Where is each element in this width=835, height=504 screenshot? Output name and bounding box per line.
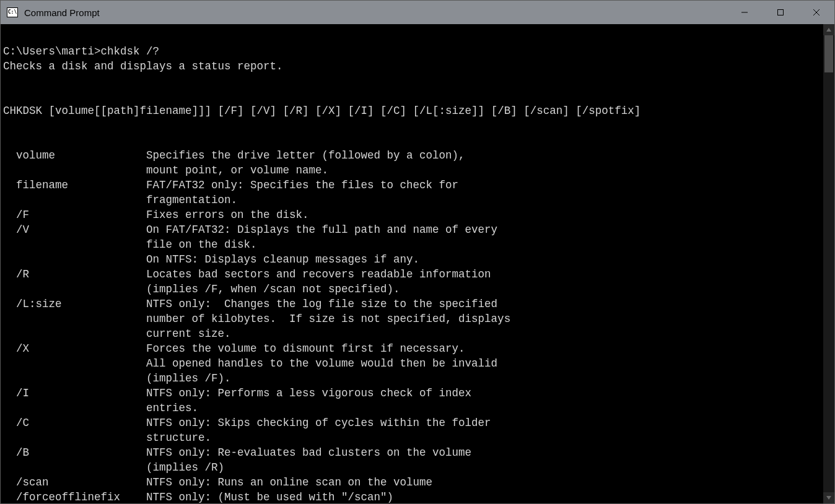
option-row: filenameFAT/FAT32 only: Specifies the fi… bbox=[3, 178, 823, 193]
summary-line: Checks a disk and displays a status repo… bbox=[3, 60, 283, 72]
option-desc: fragmentation. bbox=[146, 193, 823, 207]
option-desc: On FAT/FAT32: Displays the full path and… bbox=[146, 222, 823, 237]
prompt-line: C:\Users\marti>chkdsk /? bbox=[3, 45, 159, 58]
option-desc: structure. bbox=[146, 430, 823, 445]
option-desc: file on the disk. bbox=[146, 237, 823, 252]
options-list: volumeSpecifies the drive letter (follow… bbox=[3, 148, 823, 503]
vertical-scrollbar[interactable] bbox=[823, 24, 834, 503]
option-key bbox=[3, 311, 146, 326]
option-row: (implies /F, when /scan not specified). bbox=[3, 282, 823, 297]
option-key: /R bbox=[3, 267, 146, 282]
option-desc: (implies /R) bbox=[146, 460, 823, 475]
option-row: /FFixes errors on the disk. bbox=[3, 207, 823, 222]
option-desc: NTFS only: Re-evaluates bad clusters on … bbox=[146, 445, 823, 460]
option-row: current size. bbox=[3, 326, 823, 341]
option-row: /XForces the volume to dismount first if… bbox=[3, 341, 823, 356]
option-row: /scanNTFS only: Runs an online scan on t… bbox=[3, 475, 823, 490]
syntax-line: CHKDSK [volume[[path]filename]]] [/F] [/… bbox=[3, 105, 640, 117]
option-desc: FAT/FAT32 only: Specifies the files to c… bbox=[146, 178, 823, 193]
option-key: /C bbox=[3, 415, 146, 430]
option-desc: Locates bad sectors and recovers readabl… bbox=[146, 267, 823, 282]
option-key: /X bbox=[3, 341, 146, 356]
option-row: /forceofflinefixNTFS only: (Must be used… bbox=[3, 490, 823, 503]
option-key bbox=[3, 430, 146, 445]
option-row: number of kilobytes. If size is not spec… bbox=[3, 311, 823, 326]
scroll-thumb[interactable] bbox=[824, 35, 833, 72]
svg-rect-1 bbox=[778, 10, 784, 15]
option-row: file on the disk. bbox=[3, 237, 823, 252]
close-button[interactable] bbox=[798, 1, 834, 24]
option-desc: entries. bbox=[146, 401, 823, 415]
option-desc: NTFS only: Runs an online scan on the vo… bbox=[146, 475, 823, 490]
option-row: On NTFS: Displays cleanup messages if an… bbox=[3, 252, 823, 267]
minimize-button[interactable] bbox=[727, 1, 763, 24]
option-key bbox=[3, 282, 146, 297]
cmd-icon: C:\ bbox=[7, 7, 18, 17]
scroll-up-arrow-icon[interactable] bbox=[823, 24, 834, 35]
option-key bbox=[3, 356, 146, 371]
option-desc: On NTFS: Displays cleanup messages if an… bbox=[146, 252, 823, 267]
option-key: /V bbox=[3, 222, 146, 237]
option-desc: NTFS only: Skips checking of cycles with… bbox=[146, 415, 823, 430]
option-key: /forceofflinefix bbox=[3, 490, 146, 503]
option-key: /B bbox=[3, 445, 146, 460]
option-desc: (implies /F). bbox=[146, 371, 823, 386]
option-key: /F bbox=[3, 207, 146, 222]
option-key bbox=[3, 460, 146, 475]
option-desc: current size. bbox=[146, 326, 823, 341]
option-desc: All opened handles to the volume would t… bbox=[146, 356, 823, 371]
option-desc: mount point, or volume name. bbox=[146, 163, 823, 178]
option-desc: Forces the volume to dismount first if n… bbox=[146, 341, 823, 356]
option-desc: (implies /F, when /scan not specified). bbox=[146, 282, 823, 297]
scroll-down-arrow-icon[interactable] bbox=[823, 492, 834, 503]
window-controls bbox=[727, 1, 834, 24]
option-row: All opened handles to the volume would t… bbox=[3, 356, 823, 371]
client-area: C:\Users\marti>chkdsk /? Checks a disk a… bbox=[1, 24, 834, 503]
option-key: /I bbox=[3, 386, 146, 401]
option-desc: NTFS only: Performs a less vigorous chec… bbox=[146, 386, 823, 401]
option-row: structure. bbox=[3, 430, 823, 445]
option-key: filename bbox=[3, 178, 146, 193]
terminal-output[interactable]: C:\Users\marti>chkdsk /? Checks a disk a… bbox=[1, 24, 823, 503]
window-title: Command Prompt bbox=[24, 7, 727, 18]
option-row: mount point, or volume name. bbox=[3, 163, 823, 178]
option-key bbox=[3, 237, 146, 252]
option-key bbox=[3, 371, 146, 386]
option-row: entries. bbox=[3, 401, 823, 415]
option-desc: Specifies the drive letter (followed by … bbox=[146, 148, 823, 163]
option-row: (implies /F). bbox=[3, 371, 823, 386]
option-row: /L:sizeNTFS only: Changes the log file s… bbox=[3, 297, 823, 311]
command-prompt-window: C:\ Command Prompt C:\Users\marti>chkdsk… bbox=[0, 0, 835, 504]
option-key: volume bbox=[3, 148, 146, 163]
option-row: /CNTFS only: Skips checking of cycles wi… bbox=[3, 415, 823, 430]
option-desc: NTFS only: Changes the log file size to … bbox=[146, 297, 823, 311]
option-desc: number of kilobytes. If size is not spec… bbox=[146, 311, 823, 326]
option-key: /scan bbox=[3, 475, 146, 490]
option-row: fragmentation. bbox=[3, 193, 823, 207]
maximize-button[interactable] bbox=[763, 1, 798, 24]
titlebar[interactable]: C:\ Command Prompt bbox=[1, 1, 834, 24]
option-row: /BNTFS only: Re-evaluates bad clusters o… bbox=[3, 445, 823, 460]
option-row: /INTFS only: Performs a less vigorous ch… bbox=[3, 386, 823, 401]
option-key bbox=[3, 163, 146, 178]
option-key bbox=[3, 252, 146, 267]
option-key bbox=[3, 326, 146, 341]
option-desc: NTFS only: (Must be used with "/scan") bbox=[146, 490, 823, 503]
option-key: /L:size bbox=[3, 297, 146, 311]
option-desc: Fixes errors on the disk. bbox=[146, 207, 823, 222]
option-row: /VOn FAT/FAT32: Displays the full path a… bbox=[3, 222, 823, 237]
option-row: (implies /R) bbox=[3, 460, 823, 475]
option-row: /RLocates bad sectors and recovers reada… bbox=[3, 267, 823, 282]
option-key bbox=[3, 193, 146, 207]
option-key bbox=[3, 401, 146, 415]
option-row: volumeSpecifies the drive letter (follow… bbox=[3, 148, 823, 163]
